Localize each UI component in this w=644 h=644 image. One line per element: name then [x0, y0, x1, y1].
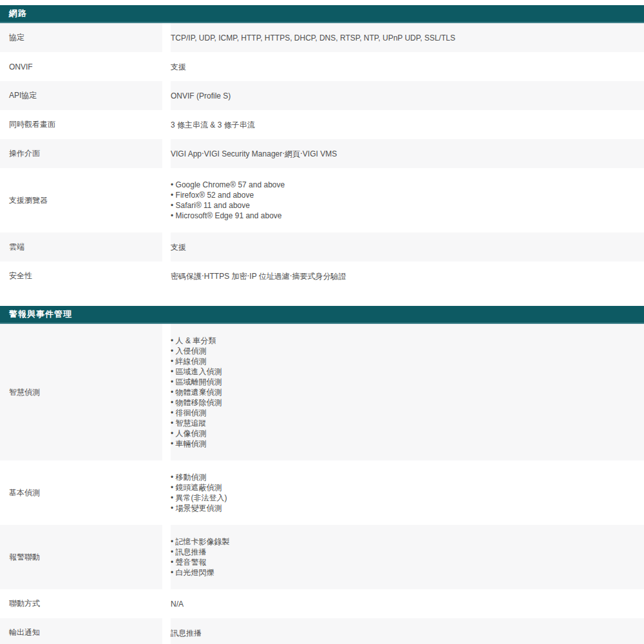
spec-value-item: 聲音警報: [171, 557, 230, 567]
spec-label: ONVIF: [0, 52, 162, 81]
spec-value-item: Google Chrome® 57 and above: [171, 180, 285, 190]
spec-value-item: 絆線偵測: [171, 356, 222, 366]
spec-row: API協定ONVIF (Profile S): [0, 81, 644, 110]
column-gutter: [162, 81, 171, 110]
spec-value: 移動偵測鏡頭遮蔽偵測異常(非法登入)場景變更偵測: [171, 460, 644, 525]
spec-value: 支援: [171, 52, 644, 81]
spec-label: 操作介面: [0, 139, 162, 168]
column-gutter: [162, 324, 171, 460]
spec-value-list: 記憶卡影像錄製訊息推播聲音警報白光燈閃爍: [171, 536, 230, 578]
spec-row: 智慧偵測人 & 車分類入侵偵測絆線偵測區域進入偵測區域離開偵測物體遺棄偵測物體移…: [0, 324, 644, 460]
spec-value-item: 物體移除偵測: [171, 397, 222, 408]
spec-value-item: 場景變更偵測: [171, 503, 227, 513]
spec-value-text: ONVIF (Profile S): [171, 91, 231, 101]
section-header: 警報與事件管理: [0, 306, 644, 324]
spec-value-item: 人 & 車分類: [171, 336, 222, 346]
spec-value: Google Chrome® 57 and aboveFirefox® 52 a…: [171, 168, 644, 232]
spec-table: 網路協定TCP/IP, UDP, ICMP, HTTP, HTTPS, DHCP…: [0, 5, 644, 644]
spec-value-text: 支援: [171, 62, 186, 72]
spec-value: 3 條主串流 & 3 條子串流: [171, 110, 644, 139]
spec-value-list: 人 & 車分類入侵偵測絆線偵測區域進入偵測區域離開偵測物體遺棄偵測物體移除偵測徘…: [171, 336, 222, 449]
spec-value-item: Microsoft® Edge 91 and above: [171, 211, 285, 221]
spec-label: 安全性: [0, 261, 162, 290]
spec-value: 記憶卡影像錄製訊息推播聲音警報白光燈閃爍: [171, 525, 644, 589]
spec-value: 人 & 車分類入侵偵測絆線偵測區域進入偵測區域離開偵測物體遺棄偵測物體移除偵測徘…: [171, 324, 644, 460]
spec-value-text: 訊息推播: [171, 628, 202, 638]
column-gutter: [162, 618, 171, 644]
column-gutter: [162, 139, 171, 168]
spec-value-item: 物體遺棄偵測: [171, 387, 222, 397]
spec-value-item: 區域離開偵測: [171, 377, 222, 387]
spec-value-item: 人像偵測: [171, 428, 222, 439]
spec-value-item: 區域進入偵測: [171, 366, 222, 377]
spec-value-text: VIGI App‧VIGI Security Manager‧網頁‧VIGI V…: [171, 149, 337, 159]
section-header: 網路: [0, 5, 644, 23]
column-gutter: [162, 232, 171, 261]
spec-value-item: Safari® 11 and above: [171, 200, 285, 211]
spec-value-item: 車輛偵測: [171, 439, 222, 449]
spec-row: 報警聯動記憶卡影像錄製訊息推播聲音警報白光燈閃爍: [0, 525, 644, 589]
spec-row: 支援瀏覽器Google Chrome® 57 and aboveFirefox®…: [0, 168, 644, 232]
spec-value: N/A: [171, 589, 644, 618]
spec-row: 安全性密碼保護‧HTTPS 加密‧IP 位址過濾‧摘要式身分驗證: [0, 261, 644, 290]
spec-label: 報警聯動: [0, 525, 162, 589]
spec-page: 網路協定TCP/IP, UDP, ICMP, HTTP, HTTPS, DHCP…: [0, 0, 644, 644]
spec-label: API協定: [0, 81, 162, 110]
spec-value: TCP/IP, UDP, ICMP, HTTP, HTTPS, DHCP, DN…: [171, 23, 644, 52]
spec-value-item: 記憶卡影像錄製: [171, 536, 230, 547]
spec-value-item: 鏡頭遮蔽偵測: [171, 482, 227, 493]
spec-value-item: Firefox® 52 and above: [171, 190, 285, 200]
spec-label: 聯動方式: [0, 589, 162, 618]
spec-label: 支援瀏覽器: [0, 168, 162, 232]
column-gutter: [162, 168, 171, 232]
spec-section: 網路協定TCP/IP, UDP, ICMP, HTTP, HTTPS, DHCP…: [0, 5, 644, 290]
spec-value-item: 移動偵測: [171, 472, 227, 482]
spec-value: VIGI App‧VIGI Security Manager‧網頁‧VIGI V…: [171, 139, 644, 168]
spec-value-text: 支援: [171, 242, 186, 252]
spec-label: 協定: [0, 23, 162, 52]
spec-value-item: 異常(非法登入): [171, 493, 227, 503]
spec-row: 同時觀看畫面3 條主串流 & 3 條子串流: [0, 110, 644, 139]
spec-section: 警報與事件管理智慧偵測人 & 車分類入侵偵測絆線偵測區域進入偵測區域離開偵測物體…: [0, 306, 644, 644]
spec-label: 基本偵測: [0, 460, 162, 525]
spec-value-list: 移動偵測鏡頭遮蔽偵測異常(非法登入)場景變更偵測: [171, 472, 227, 513]
spec-row: 協定TCP/IP, UDP, ICMP, HTTP, HTTPS, DHCP, …: [0, 23, 644, 52]
column-gutter: [162, 525, 171, 589]
column-gutter: [162, 589, 171, 618]
spec-value: 密碼保護‧HTTPS 加密‧IP 位址過濾‧摘要式身分驗證: [171, 261, 644, 290]
spec-value-text: 密碼保護‧HTTPS 加密‧IP 位址過濾‧摘要式身分驗證: [171, 271, 346, 281]
spec-value: ONVIF (Profile S): [171, 81, 644, 110]
spec-value-text: N/A: [171, 599, 184, 609]
spec-label: 智慧偵測: [0, 324, 162, 460]
column-gutter: [162, 460, 171, 525]
spec-value: 支援: [171, 232, 644, 261]
spec-value-item: 智慧追蹤: [171, 418, 222, 428]
column-gutter: [162, 110, 171, 139]
spec-row: 輸出通知訊息推播: [0, 618, 644, 644]
spec-row: 操作介面VIGI App‧VIGI Security Manager‧網頁‧VI…: [0, 139, 644, 168]
column-gutter: [162, 23, 171, 52]
spec-value-text: 3 條主串流 & 3 條子串流: [171, 120, 255, 130]
spec-row: 基本偵測移動偵測鏡頭遮蔽偵測異常(非法登入)場景變更偵測: [0, 460, 644, 525]
spec-value-list: Google Chrome® 57 and aboveFirefox® 52 a…: [171, 180, 285, 221]
spec-value: 訊息推播: [171, 618, 644, 644]
spec-row: 聯動方式N/A: [0, 589, 644, 618]
spec-row: ONVIF支援: [0, 52, 644, 81]
spec-value-item: 白光燈閃爍: [171, 567, 230, 578]
spec-label: 雲端: [0, 232, 162, 261]
spec-value-item: 訊息推播: [171, 547, 230, 557]
column-gutter: [162, 52, 171, 81]
spec-label: 同時觀看畫面: [0, 110, 162, 139]
spec-row: 雲端支援: [0, 232, 644, 261]
spec-label: 輸出通知: [0, 618, 162, 644]
spec-value-item: 徘徊偵測: [171, 408, 222, 418]
spec-value-text: TCP/IP, UDP, ICMP, HTTP, HTTPS, DHCP, DN…: [171, 33, 455, 43]
spec-value-item: 入侵偵測: [171, 346, 222, 356]
column-gutter: [162, 261, 171, 290]
